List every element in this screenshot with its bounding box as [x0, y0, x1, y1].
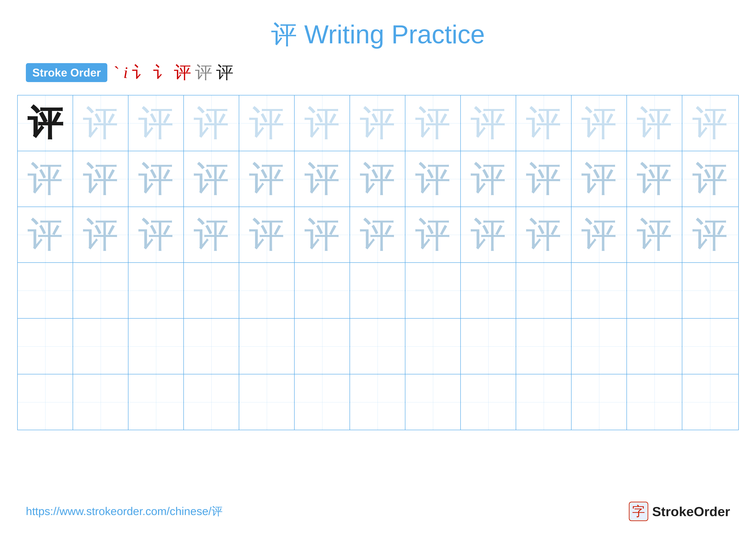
brand-icon: 字	[629, 502, 648, 521]
stroke-1: `	[114, 63, 120, 83]
page-title: 评 Writing Practice	[0, 0, 756, 61]
grid-cell-2-12[interactable]: 评	[682, 207, 738, 262]
grid-cell-1-9[interactable]: 评	[516, 151, 572, 207]
stroke-5: 评	[174, 61, 191, 84]
grid-cell-3-8[interactable]	[461, 263, 516, 318]
grid-cell-5-4[interactable]	[239, 374, 295, 430]
grid-row-0: 评评评评评评评评评评评评评	[18, 95, 738, 151]
grid-cell-1-3[interactable]: 评	[184, 151, 239, 207]
grid-cell-1-4[interactable]: 评	[239, 151, 295, 207]
stroke-4: 讠	[153, 61, 170, 84]
grid-cell-1-12[interactable]: 评	[682, 151, 738, 207]
grid-cell-4-7[interactable]	[405, 318, 461, 374]
grid-cell-3-9[interactable]	[516, 263, 572, 318]
grid-cell-2-8[interactable]: 评	[461, 207, 516, 262]
grid-cell-5-9[interactable]	[516, 374, 572, 430]
grid-cell-3-4[interactable]	[239, 263, 295, 318]
grid-cell-3-3[interactable]	[184, 263, 239, 318]
grid-cell-4-0[interactable]	[18, 318, 73, 374]
grid-cell-1-10[interactable]: 评	[572, 151, 627, 207]
grid-cell-4-4[interactable]	[239, 318, 295, 374]
grid-cell-1-7[interactable]: 评	[405, 151, 461, 207]
practice-grid: 评评评评评评评评评评评评评评评评评评评评评评评评评评评评评评评评评评评评评评评	[17, 95, 739, 430]
grid-cell-5-5[interactable]	[295, 374, 350, 430]
grid-cell-2-4[interactable]: 评	[239, 207, 295, 262]
grid-cell-1-0[interactable]: 评	[18, 151, 73, 207]
grid-cell-5-12[interactable]	[682, 374, 738, 430]
grid-row-5	[18, 374, 738, 430]
brand-name: StrokeOrder	[652, 504, 730, 519]
grid-cell-4-11[interactable]	[627, 318, 682, 374]
grid-cell-0-5[interactable]: 评	[295, 95, 350, 151]
grid-cell-3-5[interactable]	[295, 263, 350, 318]
grid-cell-1-8[interactable]: 评	[461, 151, 516, 207]
grid-cell-5-11[interactable]	[627, 374, 682, 430]
grid-cell-5-7[interactable]	[405, 374, 461, 430]
footer: https://www.strokeorder.com/chinese/评 字 …	[26, 502, 730, 521]
grid-cell-0-9[interactable]: 评	[516, 95, 572, 151]
grid-cell-5-0[interactable]	[18, 374, 73, 430]
grid-cell-2-1[interactable]: 评	[73, 207, 128, 262]
title-text: 评 Writing Practice	[271, 20, 485, 49]
grid-cell-0-11[interactable]: 评	[627, 95, 682, 151]
grid-cell-0-6[interactable]: 评	[350, 95, 405, 151]
grid-row-4	[18, 318, 738, 374]
stroke-order-badge: Stroke Order	[26, 63, 107, 82]
grid-cell-2-11[interactable]: 评	[627, 207, 682, 262]
stroke-6: 评	[195, 61, 212, 84]
grid-cell-5-6[interactable]	[350, 374, 405, 430]
grid-cell-3-7[interactable]	[405, 263, 461, 318]
grid-cell-1-6[interactable]: 评	[350, 151, 405, 207]
grid-cell-0-0[interactable]: 评	[18, 95, 73, 151]
grid-cell-0-7[interactable]: 评	[405, 95, 461, 151]
footer-url[interactable]: https://www.strokeorder.com/chinese/评	[26, 504, 223, 519]
grid-cell-0-12[interactable]: 评	[682, 95, 738, 151]
grid-cell-4-2[interactable]	[128, 318, 184, 374]
grid-cell-4-12[interactable]	[682, 318, 738, 374]
grid-row-2: 评评评评评评评评评评评评评	[18, 207, 738, 263]
grid-cell-2-7[interactable]: 评	[405, 207, 461, 262]
grid-cell-3-11[interactable]	[627, 263, 682, 318]
grid-cell-5-1[interactable]	[73, 374, 128, 430]
grid-cell-5-3[interactable]	[184, 374, 239, 430]
grid-cell-0-8[interactable]: 评	[461, 95, 516, 151]
grid-cell-3-10[interactable]	[572, 263, 627, 318]
grid-cell-2-0[interactable]: 评	[18, 207, 73, 262]
grid-row-3	[18, 263, 738, 318]
grid-cell-4-8[interactable]	[461, 318, 516, 374]
grid-cell-0-10[interactable]: 评	[572, 95, 627, 151]
grid-cell-4-10[interactable]	[572, 318, 627, 374]
stroke-7: 评	[216, 61, 233, 84]
grid-cell-3-12[interactable]	[682, 263, 738, 318]
grid-cell-2-2[interactable]: 评	[128, 207, 184, 262]
grid-cell-0-2[interactable]: 评	[128, 95, 184, 151]
grid-row-1: 评评评评评评评评评评评评评	[18, 151, 738, 207]
grid-cell-0-4[interactable]: 评	[239, 95, 295, 151]
grid-cell-5-10[interactable]	[572, 374, 627, 430]
grid-cell-4-9[interactable]	[516, 318, 572, 374]
grid-cell-2-9[interactable]: 评	[516, 207, 572, 262]
grid-cell-2-10[interactable]: 评	[572, 207, 627, 262]
grid-cell-3-6[interactable]	[350, 263, 405, 318]
grid-cell-5-2[interactable]	[128, 374, 184, 430]
grid-cell-4-6[interactable]	[350, 318, 405, 374]
grid-cell-3-1[interactable]	[73, 263, 128, 318]
grid-cell-3-2[interactable]	[128, 263, 184, 318]
grid-cell-4-1[interactable]	[73, 318, 128, 374]
grid-cell-1-5[interactable]: 评	[295, 151, 350, 207]
stroke-sequence: ` i 讠 讠 评 评 评	[114, 61, 233, 84]
grid-cell-4-5[interactable]	[295, 318, 350, 374]
grid-cell-2-5[interactable]: 评	[295, 207, 350, 262]
grid-cell-0-1[interactable]: 评	[73, 95, 128, 151]
grid-cell-2-3[interactable]: 评	[184, 207, 239, 262]
grid-cell-0-3[interactable]: 评	[184, 95, 239, 151]
title-english: Writing Practice	[297, 20, 485, 49]
grid-cell-1-11[interactable]: 评	[627, 151, 682, 207]
grid-cell-5-8[interactable]	[461, 374, 516, 430]
grid-cell-2-6[interactable]: 评	[350, 207, 405, 262]
grid-cell-1-2[interactable]: 评	[128, 151, 184, 207]
grid-cell-4-3[interactable]	[184, 318, 239, 374]
grid-cell-1-1[interactable]: 评	[73, 151, 128, 207]
grid-cell-3-0[interactable]	[18, 263, 73, 318]
stroke-order-section: Stroke Order ` i 讠 讠 评 评 评	[0, 61, 756, 95]
